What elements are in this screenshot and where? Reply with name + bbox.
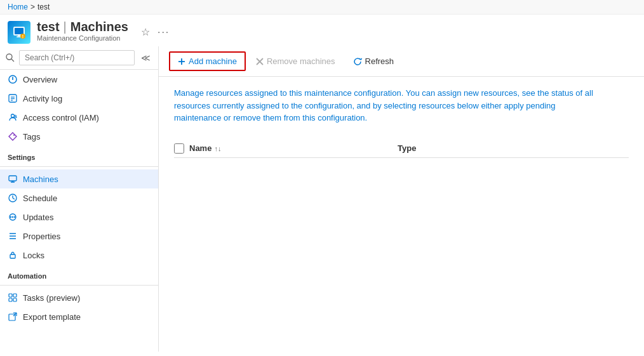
svg-point-26 bbox=[10, 216, 11, 218]
sidebar-item-activity-log[interactable]: Activity log bbox=[0, 89, 158, 108]
resource-icon: ! bbox=[8, 21, 30, 44]
svg-point-6 bbox=[6, 54, 12, 60]
sidebar-item-machines[interactable]: Machines bbox=[0, 169, 158, 188]
svg-rect-33 bbox=[9, 294, 12, 297]
svg-point-15 bbox=[11, 114, 15, 117]
sort-icon[interactable]: ↑↓ bbox=[214, 145, 221, 152]
activity-log-icon bbox=[8, 93, 18, 103]
svg-marker-17 bbox=[9, 133, 17, 140]
breadcrumb-current: test bbox=[37, 3, 50, 11]
select-all-checkbox[interactable] bbox=[174, 143, 184, 154]
svg-rect-35 bbox=[9, 298, 12, 301]
svg-line-24 bbox=[13, 198, 15, 199]
page-title-area: test | Machines Maintenance Configuratio… bbox=[37, 20, 128, 42]
svg-rect-1 bbox=[15, 28, 23, 34]
col-name-header: Name ↑↓ bbox=[189, 143, 392, 153]
schedule-icon bbox=[8, 193, 18, 203]
svg-line-7 bbox=[11, 59, 14, 62]
sidebar-item-tasks[interactable]: Tasks (preview) bbox=[0, 288, 158, 307]
sidebar-item-label: Activity log bbox=[23, 94, 62, 103]
refresh-icon bbox=[353, 57, 362, 66]
remove-machines-button[interactable]: Remove machines bbox=[248, 53, 343, 70]
svg-point-28 bbox=[14, 216, 15, 218]
sidebar-item-label: Tags bbox=[23, 132, 40, 142]
refresh-button[interactable]: Refresh bbox=[345, 53, 402, 70]
sidebar-item-schedule[interactable]: Schedule bbox=[0, 188, 158, 208]
add-machine-button[interactable]: Add machine bbox=[169, 51, 246, 71]
automation-divider bbox=[0, 285, 158, 286]
machines-icon bbox=[8, 174, 18, 184]
breadcrumb-sep: > bbox=[30, 3, 35, 11]
search-input[interactable] bbox=[19, 50, 135, 65]
overview-icon bbox=[8, 74, 18, 84]
svg-rect-32 bbox=[10, 254, 15, 258]
sidebar-item-properties[interactable]: Properties bbox=[0, 227, 158, 246]
sidebar-item-tags[interactable]: Tags bbox=[0, 127, 158, 146]
sidebar-item-label: Machines bbox=[23, 175, 58, 184]
info-text: Manage resources assigned to this mainte… bbox=[159, 77, 616, 135]
automation-section-label: Automation bbox=[0, 267, 158, 282]
svg-point-27 bbox=[12, 216, 13, 218]
sidebar: ≪ Overview Activity log Access control (… bbox=[0, 46, 159, 352]
sidebar-item-updates[interactable]: Updates bbox=[0, 208, 158, 227]
tags-icon bbox=[8, 131, 18, 142]
sidebar-item-export-template[interactable]: Export template bbox=[0, 307, 158, 326]
col-type-header: Type bbox=[398, 143, 416, 153]
title-separator: | bbox=[64, 20, 67, 34]
sidebar-item-label: Properties bbox=[23, 232, 60, 241]
header-actions: ☆ ··· bbox=[140, 25, 171, 39]
sidebar-item-label: Updates bbox=[23, 213, 53, 222]
svg-rect-19 bbox=[9, 176, 17, 181]
add-icon bbox=[178, 58, 185, 65]
svg-point-10 bbox=[12, 79, 13, 80]
search-bar: ≪ bbox=[0, 46, 158, 70]
sidebar-item-label: Schedule bbox=[23, 194, 57, 203]
sidebar-item-overview[interactable]: Overview bbox=[0, 70, 158, 89]
sidebar-item-locks[interactable]: Locks bbox=[0, 246, 158, 265]
svg-rect-34 bbox=[13, 294, 17, 297]
main-content: Add machine Remove machines Refresh Mana… bbox=[159, 46, 644, 352]
svg-rect-3 bbox=[18, 34, 20, 36]
export-template-icon bbox=[8, 312, 18, 322]
properties-icon bbox=[8, 231, 18, 241]
sidebar-item-label: Access control (IAM) bbox=[23, 113, 99, 122]
settings-divider bbox=[0, 166, 158, 167]
more-options-button[interactable]: ··· bbox=[156, 25, 171, 39]
search-icon bbox=[5, 53, 15, 63]
remove-icon bbox=[256, 58, 264, 65]
svg-text:!: ! bbox=[22, 34, 23, 39]
updates-icon bbox=[8, 212, 18, 222]
favorite-button[interactable]: ☆ bbox=[140, 25, 151, 39]
table-header: Name ↑↓ Type bbox=[174, 140, 629, 158]
main-layout: ≪ Overview Activity log Access control (… bbox=[0, 46, 644, 352]
settings-section-label: Settings bbox=[0, 148, 158, 164]
breadcrumb-home[interactable]: Home bbox=[8, 3, 28, 11]
resource-name: test bbox=[37, 20, 60, 34]
svg-point-18 bbox=[13, 135, 15, 136]
page-title: Machines bbox=[70, 20, 128, 34]
tasks-icon bbox=[8, 293, 18, 303]
toolbar: Add machine Remove machines Refresh bbox=[159, 46, 644, 77]
sidebar-item-label: Export template bbox=[23, 312, 81, 322]
sidebar-item-label: Locks bbox=[23, 251, 44, 260]
page-subtitle: Maintenance Configuration bbox=[37, 34, 128, 42]
collapse-button[interactable]: ≪ bbox=[138, 51, 153, 64]
svg-rect-36 bbox=[13, 298, 17, 301]
sidebar-item-label: Overview bbox=[23, 75, 57, 84]
page-header: ! test | Machines Maintenance Configurat… bbox=[0, 15, 644, 46]
sidebar-item-access-control[interactable]: Access control (IAM) bbox=[0, 108, 158, 127]
breadcrumb: Home > test bbox=[0, 0, 644, 15]
access-control-icon bbox=[8, 112, 18, 122]
table-container: Name ↑↓ Type bbox=[159, 135, 644, 163]
locks-icon bbox=[8, 250, 18, 260]
sidebar-item-label: Tasks (preview) bbox=[23, 293, 80, 303]
